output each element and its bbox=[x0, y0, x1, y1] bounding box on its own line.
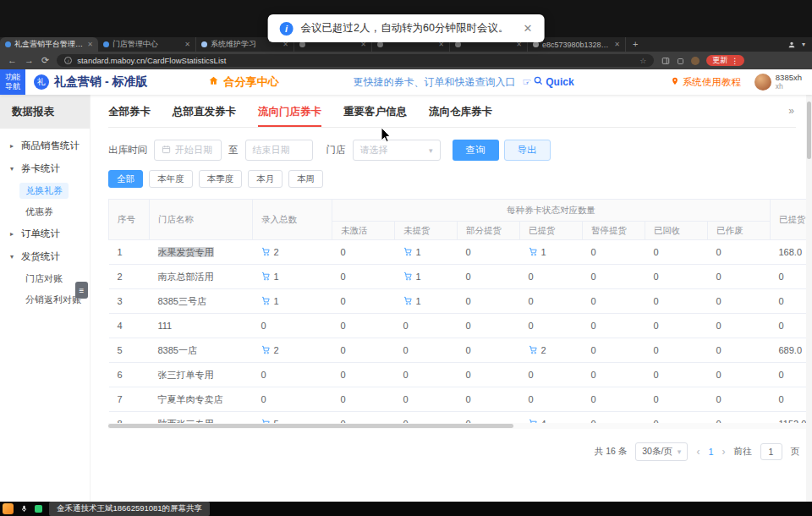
content-tab[interactable]: 总部直发券卡 bbox=[173, 105, 236, 127]
cell-value: 0 bbox=[332, 338, 395, 363]
cell-amount: 689.0 bbox=[771, 338, 807, 363]
screen-share-icon bbox=[35, 505, 42, 513]
mouse-cursor bbox=[381, 127, 392, 146]
sidebar-subitem[interactable]: 优惠券 bbox=[0, 201, 90, 222]
chevron-down-icon[interactable]: ▾ bbox=[802, 41, 805, 48]
extensions-icon[interactable] bbox=[677, 53, 684, 69]
end-date-input[interactable]: 结束日期 bbox=[245, 140, 313, 161]
update-browser-button[interactable]: 更新 ⋮ bbox=[706, 55, 744, 66]
quick-filter-button[interactable]: 本季度 bbox=[199, 170, 243, 188]
export-button[interactable]: 导出 bbox=[504, 140, 551, 161]
tab-favicon-icon bbox=[5, 41, 11, 47]
scrollbar-thumb[interactable] bbox=[807, 102, 811, 159]
quick-search-link[interactable]: ☞ Quick bbox=[522, 76, 573, 88]
meeting-toast: i 会议已超过2人，自动转为60分钟限时会议。 ✕ bbox=[268, 14, 545, 42]
cell-value: 0 bbox=[253, 314, 332, 338]
content-tab[interactable]: 流向仓库券卡 bbox=[429, 105, 492, 127]
goto-page-input[interactable]: 1 bbox=[760, 443, 782, 460]
cart-icon bbox=[261, 272, 271, 281]
cell-store: 8385一店 bbox=[150, 338, 253, 363]
content-tab[interactable]: 重要客户信息 bbox=[343, 105, 407, 127]
quick-filter-button[interactable]: 全部 bbox=[108, 170, 143, 188]
sidebar-item[interactable]: ▸商品销售统计 bbox=[0, 134, 90, 157]
hand-icon: ☞ bbox=[522, 76, 531, 88]
cell-store: 张三打单专用 bbox=[150, 363, 253, 387]
content-tab[interactable]: 全部券卡 bbox=[108, 105, 151, 127]
browser-avatar-icon[interactable] bbox=[691, 57, 700, 65]
column-header: 已作废 bbox=[708, 222, 771, 240]
cell-value: 0 bbox=[332, 363, 395, 387]
store-name: 8385三号店 bbox=[158, 296, 206, 306]
cell-seq: 8 bbox=[109, 412, 150, 424]
caret-icon: ▾ bbox=[10, 253, 17, 261]
next-page-button[interactable]: › bbox=[722, 446, 726, 458]
cell-value: 0 bbox=[332, 314, 395, 338]
brand-logo-icon: 礼 bbox=[34, 74, 49, 90]
end-date-placeholder: 结束日期 bbox=[253, 144, 290, 156]
back-icon[interactable]: ← bbox=[8, 56, 17, 65]
sidebar-title: 数据报表 bbox=[0, 95, 90, 129]
collapse-panel-icon[interactable]: » bbox=[788, 105, 794, 117]
sidebar-subitem[interactable]: 兑换礼券 bbox=[0, 180, 90, 201]
user-name: 8385xh bbox=[776, 74, 802, 83]
new-tab-button[interactable]: + bbox=[626, 37, 645, 52]
menu-overflow-icon[interactable]: ⋮ bbox=[731, 57, 738, 65]
content-tab[interactable]: 流向门店券卡 bbox=[258, 105, 321, 127]
tab-close-icon[interactable]: ✕ bbox=[614, 41, 620, 48]
function-nav-button[interactable]: 功能 导航 bbox=[0, 69, 25, 95]
vertical-scrollbar[interactable] bbox=[806, 69, 812, 502]
microphone-icon[interactable] bbox=[20, 505, 28, 513]
search-button[interactable]: 查询 bbox=[453, 140, 499, 161]
share-center-link[interactable]: 合分享中心 bbox=[208, 74, 278, 90]
search-icon bbox=[534, 76, 543, 88]
cell-value: 0 bbox=[583, 240, 645, 265]
table-row: 1水果发货专用20101000168.0 bbox=[109, 240, 807, 265]
cell-value: 2 bbox=[253, 338, 332, 363]
cell-seq: 7 bbox=[109, 387, 150, 412]
browser-tab[interactable]: 礼盒营销平台管理中心✕ bbox=[0, 37, 98, 52]
reload-icon[interactable]: ⟳ bbox=[41, 56, 49, 65]
page-size-select[interactable]: 30条/页 ▾ bbox=[635, 442, 688, 461]
cell-value: 0 bbox=[645, 240, 708, 265]
cart-icon bbox=[529, 247, 538, 256]
tutorial-link[interactable]: 系统使用教程 bbox=[671, 76, 741, 89]
pagination: 共 16 条 30条/页 ▾ ‹ 1 › 前往 1 页 bbox=[108, 442, 806, 461]
table-row: 4111000000000 bbox=[109, 314, 807, 338]
tab-close-icon[interactable]: ✕ bbox=[87, 41, 93, 48]
table-row: 58385一店20002000689.0 bbox=[109, 338, 807, 363]
quick-filter-button[interactable]: 本月 bbox=[248, 170, 283, 188]
table-row: 7宁夏羊肉专卖店000000000 bbox=[109, 387, 807, 412]
quick-filter-button[interactable]: 本年度 bbox=[149, 170, 193, 188]
start-date-input[interactable]: 开始日期 bbox=[154, 140, 222, 161]
sidebar-item[interactable]: ▾券卡统计 bbox=[0, 157, 90, 180]
address-bar[interactable]: i standard.maboy.cn/CardFlowStatisticsLi… bbox=[57, 54, 654, 67]
scrollbar-thumb[interactable] bbox=[108, 424, 513, 428]
toast-close-icon[interactable]: ✕ bbox=[523, 22, 532, 35]
prev-page-button[interactable]: ‹ bbox=[696, 446, 700, 458]
sidebar-item[interactable]: ▾发货统计 bbox=[0, 245, 90, 268]
sidebar-item[interactable]: ▸订单统计 bbox=[0, 222, 90, 245]
sidebar-collapse-handle[interactable]: ≡ bbox=[75, 282, 88, 299]
site-info-icon[interactable]: i bbox=[64, 57, 72, 64]
profile-icon[interactable] bbox=[787, 37, 796, 52]
store-select[interactable]: 请选择 ▾ bbox=[353, 140, 441, 161]
horizontal-scrollbar[interactable] bbox=[108, 423, 806, 429]
cell-value: 4 bbox=[520, 412, 583, 424]
cell-value: 1 bbox=[253, 265, 332, 289]
filter-bar: 出库时间 开始日期 至 结束日期 门店 请选择 ▾ 查询 导出 bbox=[108, 140, 806, 161]
meeting-app-icon bbox=[3, 503, 14, 514]
column-header-store: 门店名称 bbox=[150, 200, 253, 240]
table-row: 8陕西张三专用500040001152.0 bbox=[109, 412, 807, 424]
screen: 礼盒营销平台管理中心✕门店管理中心✕系统维护学习✕✕✕✕e8c573980b13… bbox=[0, 0, 812, 516]
sidebar-item-label: 商品销售统计 bbox=[21, 140, 80, 152]
bookmark-star-icon[interactable]: ☆ bbox=[639, 57, 646, 65]
quick-filter-button[interactable]: 本周 bbox=[288, 170, 323, 188]
browser-tab[interactable]: 门店管理中心✕ bbox=[98, 37, 196, 52]
forward-icon[interactable]: → bbox=[25, 56, 34, 65]
page-number[interactable]: 1 bbox=[708, 447, 713, 457]
user-menu[interactable]: 8385xh xh bbox=[754, 74, 802, 91]
cell-value: 0 bbox=[708, 338, 771, 363]
tab-close-icon[interactable]: ✕ bbox=[184, 41, 190, 48]
avatar bbox=[754, 74, 771, 91]
side-panel-icon[interactable] bbox=[661, 53, 670, 69]
